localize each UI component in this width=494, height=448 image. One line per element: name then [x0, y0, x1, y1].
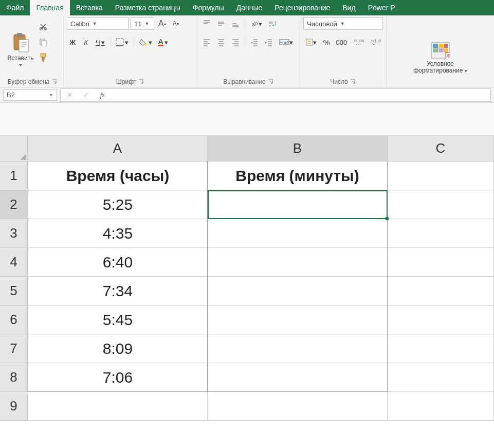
chevron-down-icon [19, 64, 23, 67]
percent-button[interactable]: % [321, 36, 332, 48]
tab-insert[interactable]: Вставка [70, 0, 109, 15]
borders-icon [116, 38, 124, 46]
row-header-2[interactable]: 2 [0, 190, 28, 219]
cell-C2[interactable] [388, 190, 494, 219]
decrease-decimal-button[interactable]: ,00,0 [368, 36, 383, 48]
increase-indent-button[interactable] [263, 36, 275, 48]
cell-A4[interactable]: 6:40 [28, 248, 208, 277]
cell-C1[interactable] [388, 162, 494, 190]
dialog-launcher-clipboard[interactable] [51, 79, 58, 85]
spacer [0, 103, 494, 136]
cell-A2[interactable]: 5:25 [28, 190, 208, 219]
col-header-C[interactable]: C [388, 136, 494, 162]
cell-C5[interactable] [388, 277, 494, 306]
col-header-A[interactable]: A [28, 136, 208, 162]
paste-button[interactable]: Вставить [5, 17, 36, 67]
enter-button[interactable]: ✓ [79, 89, 93, 101]
font-size-select[interactable]: 11▼ [131, 17, 154, 30]
font-color-button[interactable]: A▾ [156, 36, 170, 48]
row-header-6[interactable]: 6 [0, 306, 28, 334]
dialog-launcher-font[interactable] [138, 79, 144, 85]
cell-A6[interactable]: 5:45 [28, 306, 208, 334]
col-header-B[interactable]: B [208, 136, 388, 162]
cell-B7[interactable] [208, 334, 388, 363]
cell-A9[interactable] [28, 392, 208, 421]
row-header-4[interactable]: 4 [0, 248, 28, 277]
align-right-button[interactable] [229, 36, 242, 48]
font-name-select[interactable]: Calibri▼ [67, 17, 129, 30]
merge-button[interactable]: a▾ [277, 36, 295, 48]
cancel-button[interactable]: ✕ [63, 89, 76, 101]
align-center-button[interactable] [215, 36, 227, 48]
tab-home[interactable]: Главная [30, 0, 69, 15]
row-header-9[interactable]: 9 [0, 392, 28, 421]
svg-text:c: c [269, 24, 271, 28]
orientation-button[interactable]: ab▾ [248, 17, 264, 30]
increase-decimal-button[interactable]: ,0,00 [351, 36, 366, 48]
tab-pagelayout[interactable]: Разметка страницы [109, 0, 187, 15]
cell-B5[interactable] [208, 277, 388, 306]
comma-button[interactable]: 000 [334, 36, 349, 48]
conditional-formatting-button[interactable]: Условноеформатирование ▾ [410, 17, 471, 74]
svg-rect-22 [433, 44, 438, 48]
cell-A3[interactable]: 4:35 [28, 219, 208, 248]
align-middle-button[interactable] [215, 17, 227, 30]
cell-B2[interactable] [208, 190, 388, 219]
fx-button[interactable]: fx [96, 89, 109, 101]
row-header-7[interactable]: 7 [0, 334, 28, 363]
wrap-text-button[interactable]: abc [266, 17, 281, 30]
dialog-launcher-alignment[interactable] [268, 79, 274, 85]
cell-B4[interactable] [208, 248, 388, 277]
cell-B8[interactable] [208, 363, 388, 392]
row-header-3[interactable]: 3 [0, 219, 28, 248]
tab-powerpivot[interactable]: Power P [362, 0, 401, 15]
cell-C7[interactable] [388, 334, 494, 363]
tab-review[interactable]: Рецензирование [268, 0, 336, 15]
fill-color-button[interactable]: ▾ [137, 36, 154, 48]
cell-C3[interactable] [388, 219, 494, 248]
decrease-indent-button[interactable] [248, 36, 261, 48]
cell-C8[interactable] [388, 363, 494, 392]
cell-B1[interactable]: Время (минуты) [208, 162, 388, 190]
copy-button[interactable] [37, 36, 49, 48]
cell-C6[interactable] [388, 306, 494, 334]
row-header-1[interactable]: 1 [0, 162, 28, 190]
select-all-corner[interactable] [0, 136, 28, 162]
dialog-launcher-number[interactable] [350, 79, 356, 85]
format-painter-button[interactable] [37, 51, 49, 64]
increase-font-button[interactable]: A▴ [156, 17, 168, 30]
name-box[interactable]: B2 ▼ [3, 89, 57, 101]
cond-format-label-1: Условное [427, 60, 454, 67]
formula-bar-input[interactable] [112, 89, 488, 101]
borders-button[interactable]: ▾ [114, 36, 131, 48]
group-alignment-label: Выравнивание [223, 78, 266, 85]
decrease-font-button[interactable]: A▾ [170, 17, 181, 30]
cell-A5[interactable]: 7:34 [28, 277, 208, 306]
number-format-select[interactable]: Числовой▼ [303, 17, 383, 30]
formula-bar-row: B2 ▼ ✕ ✓ fx [0, 87, 494, 103]
cell-B3[interactable] [208, 219, 388, 248]
row-header-5[interactable]: 5 [0, 277, 28, 306]
tab-view[interactable]: Вид [336, 0, 361, 15]
cell-B6[interactable] [208, 306, 388, 334]
align-left-button[interactable] [200, 36, 213, 48]
cell-A1[interactable]: Время (часы) [28, 162, 208, 190]
row-header-8[interactable]: 8 [0, 363, 28, 392]
tab-file[interactable]: Файл [0, 0, 30, 15]
cell-C4[interactable] [388, 248, 494, 277]
cell-C9[interactable] [388, 392, 494, 421]
wrap-text-icon: abc [268, 20, 279, 28]
bold-button[interactable]: Ж [67, 36, 78, 48]
align-top-button[interactable] [200, 17, 213, 30]
align-bottom-button[interactable] [229, 17, 242, 30]
cell-A8[interactable]: 7:06 [28, 363, 208, 392]
italic-button[interactable]: К [80, 36, 92, 48]
svg-rect-6 [42, 41, 46, 46]
underline-button[interactable]: Ч▾ [94, 36, 107, 48]
currency-button[interactable]: ▾ [303, 36, 319, 48]
cut-button[interactable] [37, 21, 49, 33]
tab-data[interactable]: Данные [230, 0, 269, 15]
cell-B9[interactable] [208, 392, 388, 421]
tab-formulas[interactable]: Формулы [187, 0, 230, 15]
cell-A7[interactable]: 8:09 [28, 334, 208, 363]
